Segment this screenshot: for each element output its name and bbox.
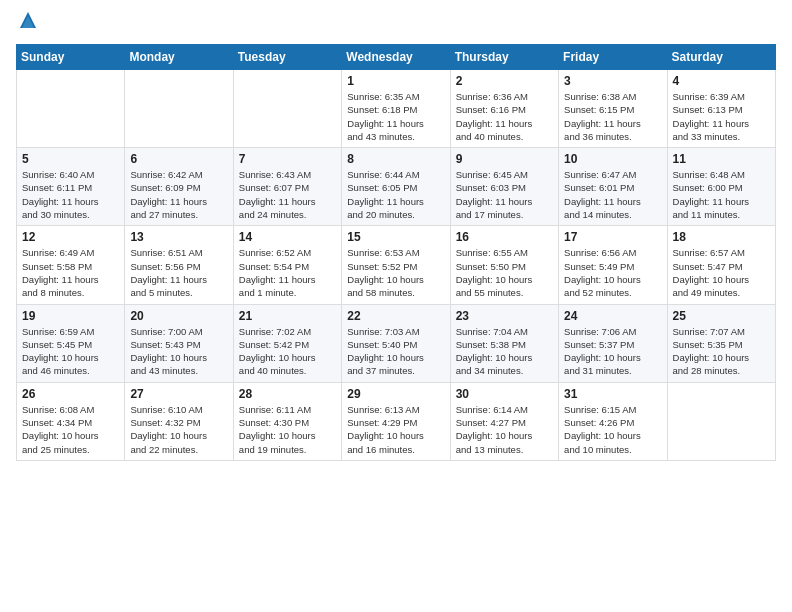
day-info: Sunrise: 7:07 AM Sunset: 5:35 PM Dayligh… — [673, 325, 770, 378]
day-info: Sunrise: 6:36 AM Sunset: 6:16 PM Dayligh… — [456, 90, 553, 143]
day-number: 15 — [347, 230, 444, 244]
calendar-cell: 5Sunrise: 6:40 AM Sunset: 6:11 PM Daylig… — [17, 148, 125, 226]
header — [16, 10, 776, 34]
day-info: Sunrise: 7:00 AM Sunset: 5:43 PM Dayligh… — [130, 325, 227, 378]
day-info: Sunrise: 7:04 AM Sunset: 5:38 PM Dayligh… — [456, 325, 553, 378]
calendar-cell: 24Sunrise: 7:06 AM Sunset: 5:37 PM Dayli… — [559, 304, 667, 382]
calendar-cell: 26Sunrise: 6:08 AM Sunset: 4:34 PM Dayli… — [17, 382, 125, 460]
calendar-cell: 30Sunrise: 6:14 AM Sunset: 4:27 PM Dayli… — [450, 382, 558, 460]
calendar-cell: 20Sunrise: 7:00 AM Sunset: 5:43 PM Dayli… — [125, 304, 233, 382]
day-number: 1 — [347, 74, 444, 88]
calendar-cell: 31Sunrise: 6:15 AM Sunset: 4:26 PM Dayli… — [559, 382, 667, 460]
day-info: Sunrise: 6:13 AM Sunset: 4:29 PM Dayligh… — [347, 403, 444, 456]
page-container: SundayMondayTuesdayWednesdayThursdayFrid… — [0, 0, 792, 477]
calendar-cell: 25Sunrise: 7:07 AM Sunset: 5:35 PM Dayli… — [667, 304, 775, 382]
day-number: 23 — [456, 309, 553, 323]
calendar-cell — [125, 70, 233, 148]
day-number: 21 — [239, 309, 336, 323]
day-info: Sunrise: 6:51 AM Sunset: 5:56 PM Dayligh… — [130, 246, 227, 299]
day-info: Sunrise: 6:40 AM Sunset: 6:11 PM Dayligh… — [22, 168, 119, 221]
day-info: Sunrise: 6:14 AM Sunset: 4:27 PM Dayligh… — [456, 403, 553, 456]
calendar-week-1: 1Sunrise: 6:35 AM Sunset: 6:18 PM Daylig… — [17, 70, 776, 148]
day-number: 25 — [673, 309, 770, 323]
calendar-cell: 1Sunrise: 6:35 AM Sunset: 6:18 PM Daylig… — [342, 70, 450, 148]
day-info: Sunrise: 6:55 AM Sunset: 5:50 PM Dayligh… — [456, 246, 553, 299]
day-number: 28 — [239, 387, 336, 401]
day-info: Sunrise: 6:45 AM Sunset: 6:03 PM Dayligh… — [456, 168, 553, 221]
calendar-week-4: 19Sunrise: 6:59 AM Sunset: 5:45 PM Dayli… — [17, 304, 776, 382]
day-number: 2 — [456, 74, 553, 88]
day-info: Sunrise: 6:52 AM Sunset: 5:54 PM Dayligh… — [239, 246, 336, 299]
day-number: 13 — [130, 230, 227, 244]
day-info: Sunrise: 6:35 AM Sunset: 6:18 PM Dayligh… — [347, 90, 444, 143]
calendar-cell: 11Sunrise: 6:48 AM Sunset: 6:00 PM Dayli… — [667, 148, 775, 226]
day-info: Sunrise: 6:57 AM Sunset: 5:47 PM Dayligh… — [673, 246, 770, 299]
day-info: Sunrise: 6:42 AM Sunset: 6:09 PM Dayligh… — [130, 168, 227, 221]
calendar-cell: 29Sunrise: 6:13 AM Sunset: 4:29 PM Dayli… — [342, 382, 450, 460]
logo-icon — [16, 10, 40, 34]
day-number: 18 — [673, 230, 770, 244]
calendar-cell: 2Sunrise: 6:36 AM Sunset: 6:16 PM Daylig… — [450, 70, 558, 148]
day-number: 10 — [564, 152, 661, 166]
calendar-cell — [667, 382, 775, 460]
day-number: 19 — [22, 309, 119, 323]
calendar-cell: 27Sunrise: 6:10 AM Sunset: 4:32 PM Dayli… — [125, 382, 233, 460]
day-info: Sunrise: 7:06 AM Sunset: 5:37 PM Dayligh… — [564, 325, 661, 378]
calendar-cell: 8Sunrise: 6:44 AM Sunset: 6:05 PM Daylig… — [342, 148, 450, 226]
day-number: 29 — [347, 387, 444, 401]
day-info: Sunrise: 6:39 AM Sunset: 6:13 PM Dayligh… — [673, 90, 770, 143]
calendar-header-tuesday: Tuesday — [233, 45, 341, 70]
calendar-header-thursday: Thursday — [450, 45, 558, 70]
calendar-cell: 15Sunrise: 6:53 AM Sunset: 5:52 PM Dayli… — [342, 226, 450, 304]
day-info: Sunrise: 6:53 AM Sunset: 5:52 PM Dayligh… — [347, 246, 444, 299]
day-number: 24 — [564, 309, 661, 323]
day-info: Sunrise: 6:59 AM Sunset: 5:45 PM Dayligh… — [22, 325, 119, 378]
logo — [16, 10, 44, 34]
day-info: Sunrise: 6:11 AM Sunset: 4:30 PM Dayligh… — [239, 403, 336, 456]
day-info: Sunrise: 6:15 AM Sunset: 4:26 PM Dayligh… — [564, 403, 661, 456]
day-number: 6 — [130, 152, 227, 166]
calendar-cell: 7Sunrise: 6:43 AM Sunset: 6:07 PM Daylig… — [233, 148, 341, 226]
day-number: 20 — [130, 309, 227, 323]
day-info: Sunrise: 6:56 AM Sunset: 5:49 PM Dayligh… — [564, 246, 661, 299]
day-info: Sunrise: 6:38 AM Sunset: 6:15 PM Dayligh… — [564, 90, 661, 143]
calendar-header-sunday: Sunday — [17, 45, 125, 70]
day-number: 7 — [239, 152, 336, 166]
calendar-cell: 22Sunrise: 7:03 AM Sunset: 5:40 PM Dayli… — [342, 304, 450, 382]
calendar-cell: 17Sunrise: 6:56 AM Sunset: 5:49 PM Dayli… — [559, 226, 667, 304]
calendar-table: SundayMondayTuesdayWednesdayThursdayFrid… — [16, 44, 776, 461]
day-info: Sunrise: 6:10 AM Sunset: 4:32 PM Dayligh… — [130, 403, 227, 456]
day-number: 5 — [22, 152, 119, 166]
day-number: 17 — [564, 230, 661, 244]
calendar-cell: 10Sunrise: 6:47 AM Sunset: 6:01 PM Dayli… — [559, 148, 667, 226]
calendar-cell: 23Sunrise: 7:04 AM Sunset: 5:38 PM Dayli… — [450, 304, 558, 382]
calendar-cell: 9Sunrise: 6:45 AM Sunset: 6:03 PM Daylig… — [450, 148, 558, 226]
calendar-week-5: 26Sunrise: 6:08 AM Sunset: 4:34 PM Dayli… — [17, 382, 776, 460]
calendar-cell: 19Sunrise: 6:59 AM Sunset: 5:45 PM Dayli… — [17, 304, 125, 382]
calendar-cell — [17, 70, 125, 148]
calendar-cell: 3Sunrise: 6:38 AM Sunset: 6:15 PM Daylig… — [559, 70, 667, 148]
day-number: 12 — [22, 230, 119, 244]
day-number: 9 — [456, 152, 553, 166]
calendar-cell: 6Sunrise: 6:42 AM Sunset: 6:09 PM Daylig… — [125, 148, 233, 226]
calendar-header-friday: Friday — [559, 45, 667, 70]
day-info: Sunrise: 6:48 AM Sunset: 6:00 PM Dayligh… — [673, 168, 770, 221]
day-number: 22 — [347, 309, 444, 323]
calendar-cell: 4Sunrise: 6:39 AM Sunset: 6:13 PM Daylig… — [667, 70, 775, 148]
calendar-header-saturday: Saturday — [667, 45, 775, 70]
day-number: 11 — [673, 152, 770, 166]
calendar-cell: 12Sunrise: 6:49 AM Sunset: 5:58 PM Dayli… — [17, 226, 125, 304]
calendar-header-row: SundayMondayTuesdayWednesdayThursdayFrid… — [17, 45, 776, 70]
day-number: 14 — [239, 230, 336, 244]
day-info: Sunrise: 6:08 AM Sunset: 4:34 PM Dayligh… — [22, 403, 119, 456]
day-number: 26 — [22, 387, 119, 401]
day-info: Sunrise: 6:44 AM Sunset: 6:05 PM Dayligh… — [347, 168, 444, 221]
day-number: 30 — [456, 387, 553, 401]
day-number: 8 — [347, 152, 444, 166]
calendar-cell: 14Sunrise: 6:52 AM Sunset: 5:54 PM Dayli… — [233, 226, 341, 304]
day-info: Sunrise: 7:02 AM Sunset: 5:42 PM Dayligh… — [239, 325, 336, 378]
calendar-cell: 18Sunrise: 6:57 AM Sunset: 5:47 PM Dayli… — [667, 226, 775, 304]
calendar-cell: 28Sunrise: 6:11 AM Sunset: 4:30 PM Dayli… — [233, 382, 341, 460]
day-info: Sunrise: 6:47 AM Sunset: 6:01 PM Dayligh… — [564, 168, 661, 221]
calendar-week-3: 12Sunrise: 6:49 AM Sunset: 5:58 PM Dayli… — [17, 226, 776, 304]
